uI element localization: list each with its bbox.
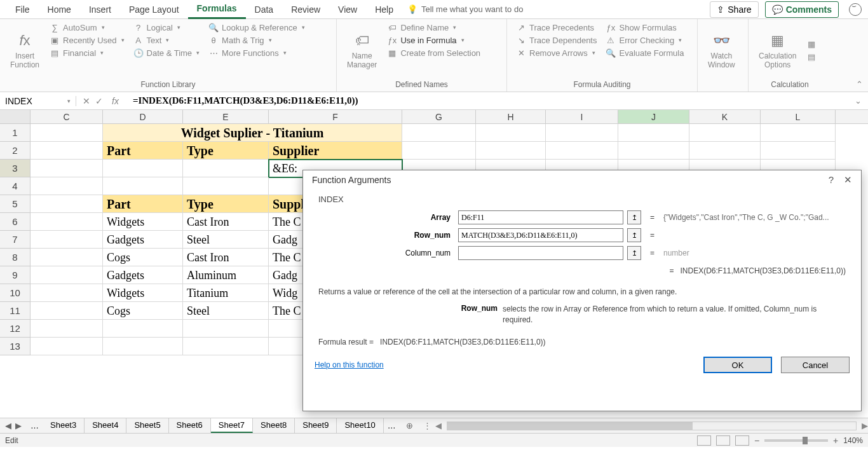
cell-h2[interactable]: [476, 142, 546, 160]
cell-c6[interactable]: [31, 213, 103, 231]
financial-button[interactable]: ▤Financial▾: [47, 47, 127, 58]
recently-used-button[interactable]: ▣Recently Used▾: [47, 34, 127, 46]
column-header-l[interactable]: L: [761, 110, 836, 123]
more-functions-button[interactable]: ⋯More Functions▾: [206, 47, 308, 58]
cell-k1[interactable]: [689, 124, 761, 142]
cell-c9[interactable]: [31, 266, 103, 284]
zoom-out-button[interactable]: −: [754, 435, 759, 446]
cell-d4[interactable]: [103, 177, 183, 195]
remove-arrows-button[interactable]: ✕Remove Arrows▾: [513, 47, 599, 58]
cell-d2[interactable]: Part: [103, 142, 183, 160]
column-header-e[interactable]: E: [183, 110, 269, 123]
sheet-tab-sheet6[interactable]: Sheet6: [169, 418, 211, 433]
arg-input-column_num[interactable]: [458, 246, 623, 260]
cell-e2[interactable]: Type: [183, 142, 269, 160]
cell-g1[interactable]: [402, 124, 476, 142]
logical-button[interactable]: ?Logical▾: [131, 22, 203, 33]
row-header-13[interactable]: 13: [0, 338, 31, 355]
horizontal-scrollbar[interactable]: [447, 421, 857, 430]
cell-c5[interactable]: [31, 195, 103, 213]
cell-d6[interactable]: Widgets: [103, 213, 183, 231]
sheet-tab-sheet9[interactable]: Sheet9: [295, 418, 337, 433]
cell-i2[interactable]: [546, 142, 618, 160]
cell-d1[interactable]: Widget Suplier - Titanium: [103, 124, 402, 142]
cancel-button[interactable]: Cancel: [781, 357, 850, 373]
tab-page-layout[interactable]: Page Layout: [120, 1, 188, 18]
sheet-tab-sheet8[interactable]: Sheet8: [253, 418, 295, 433]
trace-dependents-button[interactable]: ↘Trace Dependents: [513, 34, 599, 46]
hscroll-right-button[interactable]: ▶: [862, 421, 868, 430]
column-header-i[interactable]: I: [546, 110, 618, 123]
cell-g2[interactable]: [402, 142, 476, 160]
sheet-tab-sheet7[interactable]: Sheet7: [211, 418, 253, 433]
name-box[interactable]: INDEX ▾: [0, 96, 76, 106]
cell-j1[interactable]: [618, 124, 689, 142]
share-button[interactable]: ⇪ Share: [710, 1, 758, 18]
cell-c13[interactable]: [31, 338, 103, 355]
column-header-f[interactable]: F: [269, 110, 402, 123]
cell-e5[interactable]: Type: [183, 195, 269, 213]
cancel-formula-button[interactable]: ✕: [83, 96, 90, 106]
cell-c12[interactable]: [31, 320, 103, 338]
cell-e11[interactable]: Steel: [183, 302, 269, 320]
ok-button[interactable]: OK: [703, 357, 772, 373]
calculation-options-button[interactable]: ▦ Calculation Options: [755, 22, 800, 79]
cell-c8[interactable]: [31, 249, 103, 266]
cell-e10[interactable]: Titanium: [183, 284, 269, 302]
column-header-c[interactable]: C: [31, 110, 103, 123]
cell-c10[interactable]: [31, 284, 103, 302]
tell-me-search[interactable]: 💡 Tell me what you want to do: [407, 4, 523, 14]
column-header-d[interactable]: D: [103, 110, 183, 123]
row-header-10[interactable]: 10: [0, 284, 31, 302]
define-name-button[interactable]: 🏷Define Name▾: [384, 22, 483, 33]
column-header-h[interactable]: H: [476, 110, 546, 123]
cell-d9[interactable]: Gadgets: [103, 266, 183, 284]
cell-d10[interactable]: Widgets: [103, 284, 183, 302]
insert-function-button[interactable]: fx Insert Function: [6, 22, 43, 79]
row-header-5[interactable]: 5: [0, 195, 31, 213]
evaluate-formula-button[interactable]: 🔍Evaluate Formula: [603, 47, 686, 58]
cell-d5[interactable]: Part: [103, 195, 183, 213]
sheet-more-button[interactable]: …: [27, 421, 43, 430]
row-header-2[interactable]: 2: [0, 142, 31, 160]
cell-d8[interactable]: Cogs: [103, 249, 183, 266]
cell-l2[interactable]: [761, 142, 836, 160]
page-layout-view-button[interactable]: [716, 435, 730, 446]
formula-expand-button[interactable]: ⌄: [848, 96, 868, 106]
cell-c3[interactable]: [31, 160, 103, 177]
page-break-view-button[interactable]: [735, 435, 749, 446]
column-header-k[interactable]: K: [689, 110, 761, 123]
cell-c11[interactable]: [31, 302, 103, 320]
zoom-in-button[interactable]: +: [833, 435, 838, 446]
dialog-help-link[interactable]: Help on this function: [315, 360, 384, 369]
cell-d11[interactable]: Cogs: [103, 302, 183, 320]
cell-e8[interactable]: Cast Iron: [183, 249, 269, 266]
row-header-12[interactable]: 12: [0, 320, 31, 338]
sheet-more-right-button[interactable]: …: [384, 421, 400, 430]
collapse-dialog-icon[interactable]: ↥: [627, 210, 641, 224]
cell-f2[interactable]: Supplier: [269, 142, 402, 160]
zoom-slider[interactable]: [764, 439, 828, 442]
cell-e9[interactable]: Aluminum: [183, 266, 269, 284]
sheet-tab-sheet5[interactable]: Sheet5: [126, 418, 168, 433]
fx-button[interactable]: fx: [108, 96, 123, 106]
tab-insert[interactable]: Insert: [80, 1, 120, 18]
row-header-1[interactable]: 1: [0, 124, 31, 142]
tab-home[interactable]: Home: [39, 1, 80, 18]
math-button[interactable]: θMath & Trig▾: [206, 34, 308, 46]
dialog-close-button[interactable]: ✕: [844, 174, 852, 186]
sheet-tab-sheet3[interactable]: Sheet3: [43, 418, 85, 433]
cell-c1[interactable]: [31, 124, 103, 142]
autosum-button[interactable]: ∑AutoSum▾: [47, 22, 127, 33]
row-header-11[interactable]: 11: [0, 302, 31, 320]
watch-window-button[interactable]: 👓 Watch Window: [704, 22, 739, 79]
row-header-4[interactable]: 4: [0, 177, 31, 195]
tab-view[interactable]: View: [329, 1, 366, 18]
use-in-formula-button[interactable]: ƒxUse in Formula▾: [384, 34, 483, 46]
cell-c7[interactable]: [31, 231, 103, 249]
collapse-dialog-icon[interactable]: ↥: [627, 228, 641, 242]
normal-view-button[interactable]: [697, 435, 711, 446]
tab-data[interactable]: Data: [246, 1, 283, 18]
tab-review[interactable]: Review: [282, 1, 329, 18]
collapse-ribbon-button[interactable]: ⌃: [851, 77, 868, 92]
